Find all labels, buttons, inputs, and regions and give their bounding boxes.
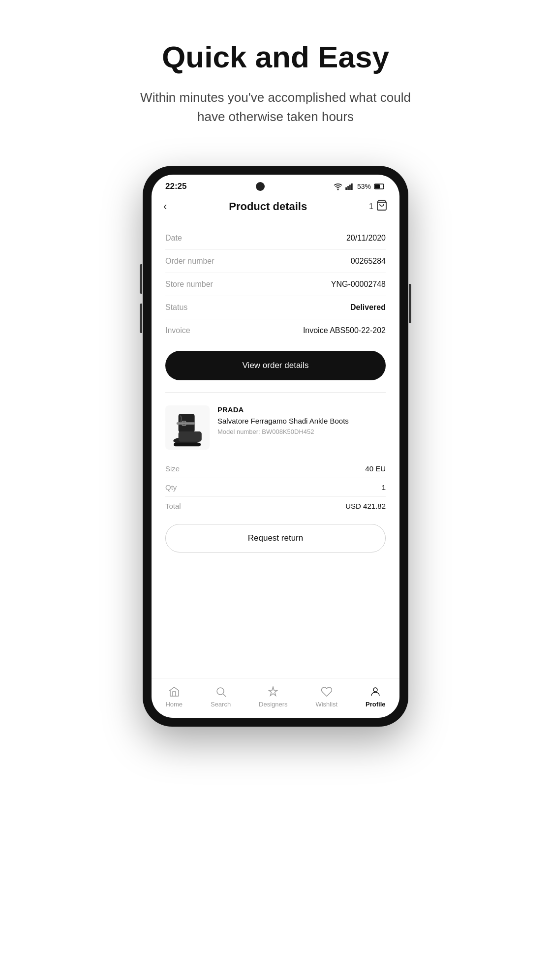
- page-header: Quick and Easy Within minutes you've acc…: [108, 0, 443, 146]
- phone-screen: 22:25: [152, 175, 399, 718]
- invoice-value: Invoice ABS500-22-202: [303, 326, 386, 335]
- size-value: 40 EU: [365, 464, 386, 473]
- status-time: 22:25: [165, 182, 186, 191]
- svg-rect-2: [347, 186, 349, 190]
- status-icons: 53%: [334, 182, 386, 191]
- nav-wishlist-label: Wishlist: [315, 701, 337, 708]
- battery-text: 53%: [357, 183, 371, 190]
- product-info: PRADA Salvatore Ferragamo Shadi Ankle Bo…: [217, 405, 386, 435]
- total-row: Total USD 421.82: [165, 497, 386, 515]
- svg-point-16: [373, 688, 377, 692]
- svg-rect-3: [349, 185, 351, 190]
- status-value: Delivered: [350, 303, 386, 312]
- svg-rect-4: [351, 184, 353, 190]
- svg-point-14: [217, 688, 224, 695]
- page-subtitle: Within minutes you've accomplished what …: [128, 88, 423, 126]
- nav-search-label: Search: [211, 701, 231, 708]
- battery-icon: [374, 183, 386, 190]
- order-number-label: Order number: [165, 257, 214, 266]
- home-icon: [168, 685, 181, 698]
- status-bar: 22:25: [152, 175, 399, 195]
- phone-frame: 22:25: [143, 166, 408, 727]
- content-area: Date 20/11/2020 Order number 00265284 St…: [152, 222, 399, 678]
- product-section: PRADA Salvatore Ferragamo Shadi Ankle Bo…: [165, 397, 386, 515]
- total-label: Total: [165, 502, 181, 510]
- nav-designers-label: Designers: [259, 701, 288, 708]
- order-info-section: Date 20/11/2020 Order number 00265284 St…: [165, 227, 386, 342]
- nav-item-home[interactable]: Home: [165, 685, 183, 708]
- nav-profile-label: Profile: [366, 701, 385, 708]
- nav-item-search[interactable]: Search: [211, 685, 231, 708]
- status-label: Status: [165, 303, 187, 312]
- svg-rect-1: [345, 187, 347, 190]
- top-nav: ‹ Product details 1: [152, 195, 399, 222]
- qty-label: Qty: [165, 483, 177, 491]
- cart-button[interactable]: 1: [369, 199, 388, 214]
- signal-icon: [345, 183, 354, 190]
- qty-row: Qty 1: [165, 478, 386, 497]
- product-name: Salvatore Ferragamo Shadi Ankle Boots: [217, 416, 386, 426]
- nav-home-label: Home: [165, 701, 183, 708]
- date-value: 20/11/2020: [346, 234, 386, 243]
- invoice-row: Invoice Invoice ABS500-22-202: [165, 319, 386, 342]
- cart-icon: [376, 199, 388, 214]
- product-row: PRADA Salvatore Ferragamo Shadi Ankle Bo…: [165, 397, 386, 455]
- nav-item-profile[interactable]: Profile: [366, 685, 385, 708]
- product-model: Model number: BW008K50DH452: [217, 428, 386, 435]
- svg-point-0: [337, 189, 338, 190]
- view-order-button[interactable]: View order details: [165, 351, 386, 380]
- qty-value: 1: [382, 483, 386, 491]
- back-button[interactable]: ‹: [163, 200, 167, 213]
- designers-icon: [267, 685, 279, 698]
- status-row: Status Delivered: [165, 296, 386, 319]
- order-number-value: 00265284: [351, 257, 386, 266]
- date-label: Date: [165, 234, 182, 243]
- svg-line-15: [223, 694, 226, 697]
- svg-rect-6: [375, 184, 380, 188]
- bottom-nav: Home Search: [152, 678, 399, 718]
- total-value: USD 421.82: [345, 502, 386, 510]
- volume-down-button: [140, 304, 142, 333]
- nav-title: Product details: [229, 200, 307, 213]
- store-number-row: Store number YNG-00002748: [165, 273, 386, 296]
- request-return-button[interactable]: Request return: [165, 524, 386, 552]
- camera-notch: [256, 182, 265, 191]
- power-button: [409, 284, 411, 323]
- size-row: Size 40 EU: [165, 459, 386, 478]
- phone-wrapper: 22:25: [143, 166, 408, 727]
- nav-item-designers[interactable]: Designers: [259, 685, 288, 708]
- section-divider: [165, 392, 386, 393]
- invoice-label: Invoice: [165, 326, 190, 335]
- order-number-row: Order number 00265284: [165, 250, 386, 273]
- svg-rect-11: [178, 431, 201, 442]
- search-icon: [214, 685, 227, 698]
- order-date-row: Date 20/11/2020: [165, 227, 386, 250]
- volume-up-button: [140, 264, 142, 294]
- wishlist-icon: [320, 685, 333, 698]
- size-label: Size: [165, 464, 180, 473]
- product-image: [165, 405, 210, 450]
- wifi-icon: [334, 182, 342, 191]
- store-number-label: Store number: [165, 280, 213, 289]
- svg-rect-10: [174, 442, 201, 446]
- page-title: Quick and Easy: [128, 39, 423, 74]
- nav-item-wishlist[interactable]: Wishlist: [315, 685, 337, 708]
- store-number-value: YNG-00002748: [331, 280, 386, 289]
- boot-illustration: [167, 407, 209, 449]
- product-brand: PRADA: [217, 405, 386, 414]
- product-details: Size 40 EU Qty 1 Total USD 421.82: [165, 459, 386, 515]
- profile-icon: [369, 685, 382, 698]
- cart-count: 1: [369, 202, 373, 211]
